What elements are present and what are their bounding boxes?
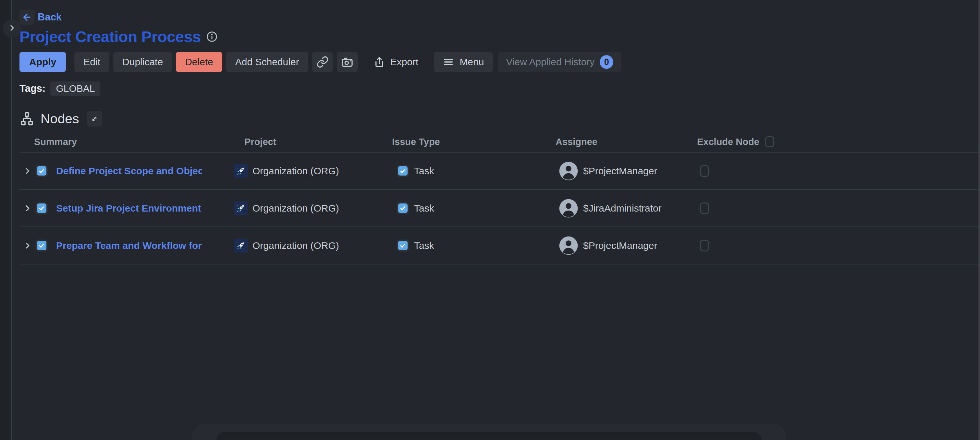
hamburger-icon [443, 56, 454, 67]
checkmark-icon [398, 203, 407, 213]
menu-label: Menu [460, 56, 484, 67]
sidebar-expand-button[interactable] [3, 19, 21, 38]
tags-label: Tags: [19, 83, 45, 94]
user-avatar-icon [558, 198, 579, 218]
info-circle-icon[interactable] [206, 31, 218, 43]
checkmark-icon [398, 166, 407, 176]
exclude-node-label: Exclude Node [697, 137, 759, 147]
column-header-project: Project [244, 132, 276, 152]
row-expander[interactable] [23, 152, 32, 189]
table-row: Setup Jira Project Environment: $ Organi… [19, 190, 978, 227]
screenshot-button[interactable] [337, 52, 358, 72]
chevron-right-icon [8, 24, 16, 33]
tags-row: Tags: GLOBAL [19, 82, 978, 95]
checkmark-icon [37, 166, 46, 176]
nodes-title: Nodes [41, 111, 79, 127]
project-name: Organization (ORG) [253, 227, 339, 264]
history-count-badge: 0 [600, 55, 613, 69]
summary-link[interactable]: Define Project Scope and Objectiv [56, 165, 202, 176]
issue-type: Task [414, 227, 434, 264]
assignee-name: $JiraAdministrator [583, 190, 662, 227]
nodes-table: Summary Project Issue Type Assignee Excl… [19, 132, 978, 264]
rocket-icon [234, 238, 248, 253]
org-chart-icon [19, 111, 34, 126]
row-select-checkbox[interactable] [35, 240, 48, 252]
exclude-node-checkbox[interactable] [700, 202, 709, 214]
project-name: Organization (ORG) [253, 152, 339, 189]
row-expander[interactable] [23, 190, 32, 227]
issue-type-checkbox[interactable] [396, 202, 409, 214]
column-header-exclude-node: Exclude Node [697, 132, 774, 152]
row-select-checkbox[interactable] [35, 165, 48, 177]
table-row: Prepare Team and Workflow for Ex Organiz… [19, 227, 978, 264]
issue-type: Task [414, 152, 434, 189]
exclude-node-checkbox[interactable] [700, 165, 709, 177]
scrollbar-track[interactable] [978, 0, 980, 440]
view-applied-history-label: View Applied History [506, 56, 595, 67]
project-name: Organization (ORG) [253, 190, 339, 227]
nodes-section-header: Nodes [19, 110, 978, 127]
main-content: Back Project Creation Process Apply Edit… [13, 0, 978, 440]
table-row: Define Project Scope and Objectiv Organi… [19, 152, 978, 190]
bottom-sheet-inner [216, 432, 762, 440]
exclude-all-checkbox[interactable] [765, 136, 774, 147]
issue-type-checkbox[interactable] [396, 240, 409, 252]
apply-button[interactable]: Apply [19, 52, 66, 72]
checkmark-icon [37, 203, 46, 213]
delete-button[interactable]: Delete [176, 52, 222, 72]
row-select-checkbox[interactable] [35, 202, 48, 214]
chevron-right-icon [23, 241, 32, 250]
rocket-icon [234, 164, 248, 178]
title-row: Project Creation Process [19, 28, 978, 45]
duplicate-button[interactable]: Duplicate [113, 52, 172, 72]
issue-type: Task [414, 190, 434, 227]
back-label: Back [38, 11, 62, 23]
chevron-right-icon [23, 204, 32, 213]
exclude-node-checkbox[interactable] [700, 240, 709, 251]
copy-link-button[interactable] [312, 52, 333, 72]
rocket-icon [234, 201, 248, 216]
edit-button[interactable]: Edit [74, 52, 109, 72]
checkmark-icon [398, 241, 407, 250]
column-header-summary: Summary [34, 132, 77, 152]
app-window: Back Project Creation Process Apply Edit… [0, 0, 980, 440]
checkmark-icon [37, 241, 46, 250]
summary-link[interactable]: Prepare Team and Workflow for Ex [56, 240, 202, 251]
row-expander[interactable] [23, 227, 32, 264]
back-link[interactable]: Back [19, 10, 62, 25]
diagonal-arrows-icon [90, 114, 99, 123]
issue-type-checkbox[interactable] [396, 165, 409, 177]
menu-button[interactable]: Menu [434, 52, 493, 72]
view-applied-history-button[interactable]: View Applied History 0 [498, 52, 621, 72]
summary-link[interactable]: Setup Jira Project Environment: $ [56, 203, 202, 214]
assignee-name: $ProjectManager [583, 227, 657, 264]
page-title: Project Creation Process [19, 28, 201, 46]
camera-icon [341, 56, 354, 68]
link-icon [317, 56, 329, 68]
user-avatar-icon [558, 235, 579, 256]
expand-nodes-button[interactable] [87, 111, 102, 127]
collapsed-sidebar-rail [0, 0, 12, 440]
toolbar: Apply Edit Duplicate Delete Add Schedule… [19, 52, 978, 72]
user-avatar-icon [558, 161, 579, 181]
share-up-icon [373, 56, 385, 68]
tag-chip-global: GLOBAL [50, 81, 100, 96]
assignee-name: $ProjectManager [583, 152, 657, 189]
chevron-right-icon [23, 167, 32, 175]
export-button[interactable]: Export [371, 52, 421, 72]
export-label: Export [390, 56, 418, 67]
column-header-issue-type: Issue Type [392, 132, 440, 152]
table-header: Summary Project Issue Type Assignee Excl… [19, 132, 978, 152]
arrow-left-icon [19, 10, 34, 25]
column-header-assignee: Assignee [555, 132, 597, 152]
add-scheduler-button[interactable]: Add Scheduler [226, 52, 308, 72]
